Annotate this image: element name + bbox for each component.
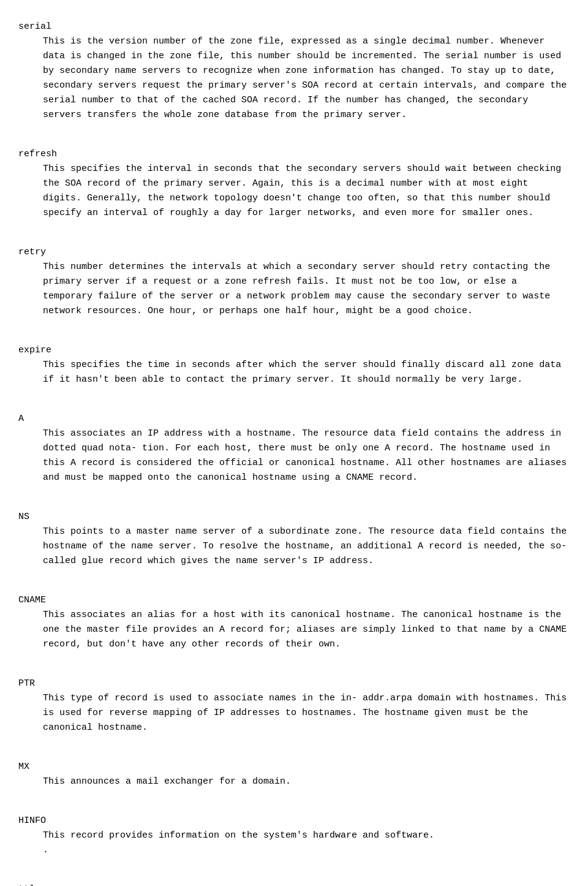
spacer (18, 488, 570, 502)
spacer (18, 390, 570, 404)
definition-text: . (43, 843, 570, 858)
definition-text: This associates an alias for a host with… (43, 608, 570, 652)
definition-text: This specifies the interval in seconds t… (43, 162, 570, 221)
definition-text: This type of record is used to associate… (43, 691, 570, 735)
section-mx: MXThis announces a mail exchanger for a … (18, 760, 570, 789)
term-label: expire (18, 343, 570, 358)
section-ns: NSThis points to a master name server of… (18, 510, 570, 569)
term-label: CNAME (18, 593, 570, 608)
term-label: retry (18, 245, 570, 260)
spacer (18, 223, 570, 238)
term-label: NS (18, 510, 570, 524)
term-label: A (18, 412, 570, 426)
definition-text: This record provides information on the … (43, 828, 570, 843)
section-cname: CNAMEThis associates an alias for a host… (18, 593, 570, 652)
section-hinfo: HINFOThis record provides information on… (18, 814, 570, 858)
term-label: ttl (18, 882, 570, 886)
definition-text: This associates an IP address with a hos… (43, 426, 570, 485)
spacer (18, 792, 570, 806)
term-label: refresh (18, 147, 570, 162)
spacer (18, 125, 570, 140)
spacer (18, 654, 570, 669)
spacer (18, 738, 570, 752)
spacer (18, 860, 570, 875)
section-retry: retryThis number determines the interval… (18, 245, 570, 319)
section-ptr: PTRThis type of record is used to associ… (18, 676, 570, 735)
term-label: HINFO (18, 814, 570, 828)
section-expire: expireThis specifies the time in seconds… (18, 343, 570, 387)
section-ttl: ttlThe ttl field specifies the time in s… (18, 882, 570, 886)
term-label: serial (18, 20, 570, 34)
section-refresh: refreshThis specifies the interval in se… (18, 147, 570, 221)
main-content: serialThis is the version number of the … (18, 20, 570, 886)
definition-text: This points to a master name server of a… (43, 524, 570, 569)
section-serial: serialThis is the version number of the … (18, 20, 570, 123)
definition-text: This announces a mail exchanger for a do… (43, 774, 570, 789)
section-a: AThis associates an IP address with a ho… (18, 412, 570, 485)
definition-text: This number determines the intervals at … (43, 260, 570, 319)
spacer (18, 321, 570, 336)
spacer (18, 571, 570, 586)
term-label: PTR (18, 676, 570, 691)
definition-text: This specifies the time in seconds after… (43, 358, 570, 387)
definition-text: This is the version number of the zone f… (43, 34, 570, 123)
term-label: MX (18, 760, 570, 774)
